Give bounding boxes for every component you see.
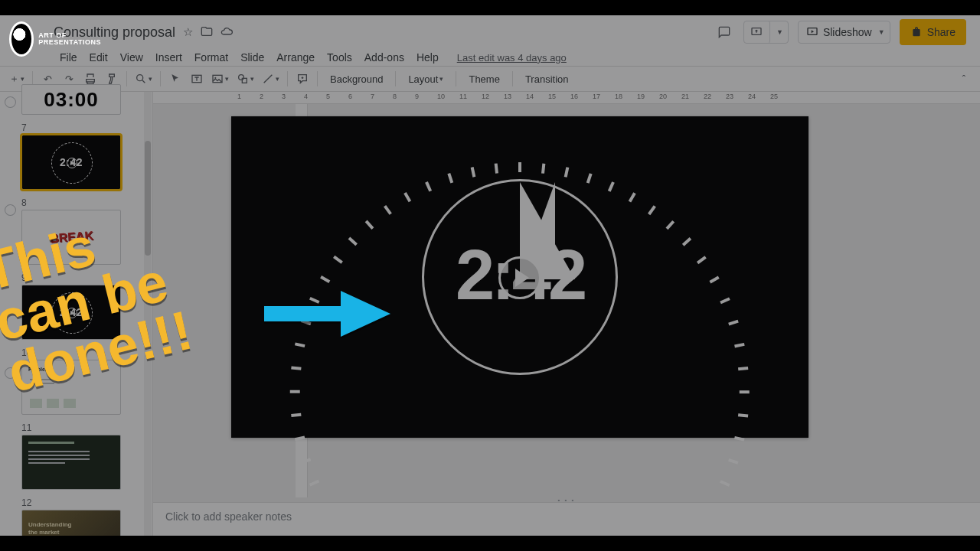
thumbnail-slide[interactable]: Problems — [21, 360, 121, 415]
thumbnail-slide[interactable] — [21, 435, 121, 490]
svg-point-2 — [137, 75, 143, 81]
titlebar: Consulting proposal ☆ ▼ Slides — [0, 15, 980, 49]
thumbnail-slide[interactable]: BREAK — [21, 210, 121, 265]
textbox-button[interactable] — [187, 69, 207, 89]
link-icon — [2, 94, 18, 110]
svg-point-6 — [239, 75, 244, 80]
thumbnail-panel: 03:0072:428BREAK92:4210Problems1112Under… — [0, 92, 153, 536]
document-title[interactable]: Consulting proposal — [54, 24, 180, 41]
comments-icon[interactable] — [714, 22, 734, 42]
slideshow-label: Slideshow — [823, 26, 872, 38]
star-icon[interactable]: ☆ — [183, 25, 193, 40]
share-label: Share — [927, 26, 956, 38]
menu-file[interactable]: File — [54, 51, 83, 64]
shape-button[interactable]: ▾ — [234, 69, 257, 89]
menu-tools[interactable]: Tools — [321, 51, 358, 64]
menu-insert[interactable]: Insert — [149, 51, 188, 64]
cloud-status-icon[interactable] — [220, 25, 233, 40]
menubar: File Edit View Insert Format Slide Arran… — [0, 49, 980, 66]
horizontal-ruler: 1234567891011121314151617181920212223242… — [153, 92, 980, 104]
menu-view[interactable]: View — [114, 51, 149, 64]
background-button[interactable]: Background — [322, 69, 390, 89]
collapse-toolbar-button[interactable]: ˆ — [954, 69, 974, 89]
menu-addons[interactable]: Add-ons — [358, 51, 410, 64]
link-icon — [2, 202, 18, 218]
select-tool-button[interactable] — [165, 69, 185, 89]
chevron-down-icon[interactable]: ▼ — [772, 28, 788, 36]
present-upload-dropdown[interactable]: ▼ — [743, 21, 789, 44]
countdown-timer-graphic: 2:42 — [405, 162, 635, 392]
chevron-down-icon: ▼ — [878, 28, 885, 36]
last-edit-link[interactable]: Last edit was 4 days ago — [451, 52, 573, 64]
zoom-button[interactable]: ▾ — [132, 69, 155, 89]
thumbnail-slide[interactable]: 2:42 — [21, 285, 121, 340]
menu-slide[interactable]: Slide — [234, 51, 270, 64]
image-button[interactable]: ▾ — [208, 69, 232, 89]
speaker-notes[interactable]: Click to add speaker notes — [153, 502, 980, 536]
line-button[interactable]: ▾ — [259, 69, 283, 89]
menu-arrange[interactable]: Arrange — [270, 51, 321, 64]
layout-button[interactable]: Layout▾ — [400, 69, 451, 89]
slideshow-button[interactable]: Slideshow ▼ — [798, 21, 890, 44]
toolbar: ＋▾ ↶ ↷ ▾ ▾ ▾ ▾ Background Layout▾ Theme … — [0, 66, 980, 92]
transition-button[interactable]: Transition — [518, 69, 577, 89]
link-icon — [2, 365, 18, 381]
move-icon[interactable] — [201, 25, 213, 40]
thumbnail-slide[interactable]: 2:42 — [21, 135, 121, 190]
theme-button[interactable]: Theme — [461, 69, 507, 89]
slide-canvas[interactable]: 2:42 — [231, 116, 808, 438]
menu-help[interactable]: Help — [410, 51, 445, 64]
thumbnail-scrollbar[interactable] — [144, 92, 152, 536]
comment-button[interactable] — [292, 69, 312, 89]
menu-edit[interactable]: Edit — [83, 51, 114, 64]
play-icon[interactable] — [498, 256, 541, 299]
share-button[interactable]: Share — [900, 19, 966, 45]
thumbnail-slide[interactable]: 03:00 — [21, 84, 121, 115]
canvas-area: 1234567891011121314151617181920212223242… — [153, 92, 980, 536]
menu-format[interactable]: Format — [188, 51, 234, 64]
present-upload-icon[interactable] — [744, 21, 770, 44]
